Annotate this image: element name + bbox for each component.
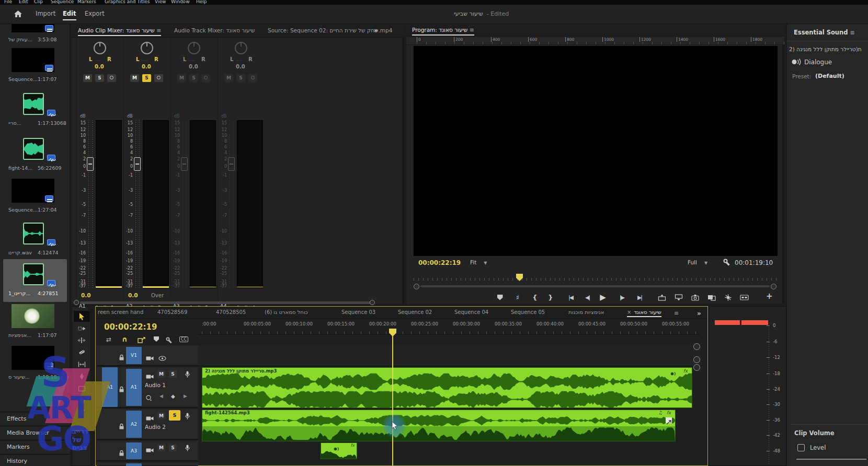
go-to-out-button[interactable]: ▶| <box>633 292 646 302</box>
header-tab-import[interactable]: Import <box>36 10 55 17</box>
rectangle-tool[interactable] <box>74 383 90 394</box>
settings-wrench-icon[interactable] <box>723 259 731 269</box>
play-button[interactable]: ▶ <box>596 292 610 302</box>
timeline-tab[interactable]: Sequence 03 <box>341 309 375 315</box>
voiceover-mic-icon[interactable] <box>185 444 190 453</box>
step-forward-button[interactable]: |▶ <box>615 292 629 302</box>
mix-type-label[interactable]: Dialogue <box>804 59 832 66</box>
lock-icon[interactable] <box>119 422 124 432</box>
timeline-ruler[interactable]: :00:0000:00:05:0000:00:10:0000:00:15:000… <box>198 319 700 335</box>
bin-item[interactable]: 1_קריינו...4:27851 <box>3 259 67 302</box>
timeline-tab[interactable]: Sequence 05 <box>511 309 545 315</box>
timeline-tab[interactable]: (כוחל סמארט גו (6 <box>265 309 308 315</box>
next-keyframe-icon[interactable]: ▶ <box>184 393 187 399</box>
panel-menu-icon[interactable]: ≡ <box>850 29 854 36</box>
volume-fader[interactable] <box>181 157 188 171</box>
track-solo-button[interactable]: S <box>169 410 180 421</box>
menu-window[interactable]: Window <box>171 0 190 4</box>
menu-clip[interactable]: Clip <box>34 0 43 4</box>
source-patch-icon[interactable] <box>146 445 154 455</box>
prev-keyframe-icon[interactable]: ◀ <box>159 393 163 399</box>
clip-fight-audio[interactable]: fight-142564.mp3 ♫ fx <box>202 410 676 441</box>
track-mute-button[interactable]: M <box>157 370 165 378</box>
mark-in-button[interactable]: { <box>528 292 542 302</box>
solo-button[interactable]: S <box>95 74 104 82</box>
panel-header-markers[interactable]: Markers <box>0 440 70 454</box>
mute-button[interactable]: M <box>224 74 233 82</box>
bin-item[interactable]: אנימציות...1:17:07 <box>3 301 67 344</box>
toggle-track-output-eye-icon[interactable] <box>158 353 166 363</box>
panel-header-media-browser[interactable]: Media Browser <box>0 426 70 440</box>
add-keyframe-icon[interactable]: ◆ <box>171 393 175 399</box>
timeline-tab[interactable]: Sequence 02 <box>398 309 432 315</box>
track-name[interactable]: Audio 2 <box>145 424 166 430</box>
lane-V1[interactable] <box>198 345 700 366</box>
meter-circle-button[interactable] <box>248 74 257 82</box>
volume-fader[interactable] <box>87 157 94 171</box>
timeline-tab-active[interactable]: ×שיעור סאונד <box>627 309 661 317</box>
selection-tool[interactable] <box>74 311 90 322</box>
mark-out-button[interactable]: } <box>544 292 557 302</box>
panel-header-history[interactable]: History <box>0 454 70 466</box>
track-name[interactable]: Audio 1 <box>145 382 166 388</box>
fx-badge[interactable]: fx <box>350 443 355 448</box>
track-mute-button[interactable]: M <box>157 412 165 420</box>
menu-help[interactable]: Help <box>196 0 207 4</box>
voiceover-mic-icon[interactable] <box>185 370 190 380</box>
tab-program-monitor[interactable]: Program: שיעור סאונד ≡ <box>412 27 474 36</box>
bin-item[interactable]: Sequence...1:27:04 <box>3 176 67 218</box>
tab-audio-track-mixer[interactable]: Audio Track Mixer: שיעור סאונד <box>174 27 255 33</box>
menu-file[interactable]: File <box>4 0 12 4</box>
solo-button[interactable]: S <box>189 74 198 82</box>
bin-item[interactable]: שיעור ס...1:19:10 <box>3 343 67 386</box>
timeline-wrench-icon[interactable] <box>166 336 173 346</box>
panel-menu-icon[interactable]: ≡ <box>470 27 474 33</box>
track-solo-button[interactable]: S <box>169 370 177 378</box>
preset-value-dropdown[interactable]: (Default) <box>815 73 844 79</box>
add-button[interactable]: + <box>766 292 773 301</box>
pan-knob[interactable] <box>188 42 200 54</box>
extract-button[interactable] <box>672 292 686 302</box>
pan-value[interactable]: 0.0 <box>95 64 104 69</box>
mute-button[interactable]: M <box>177 74 186 82</box>
timeline-tab[interactable]: 470528505 <box>216 309 246 315</box>
clip-small-audio[interactable]: fx <box>321 442 357 459</box>
meter-circle-button[interactable] <box>107 74 116 82</box>
menu-view[interactable]: View <box>155 0 166 4</box>
type-tool[interactable]: T <box>74 407 90 418</box>
add-marker-button[interactable] <box>493 292 507 302</box>
button-editor-button[interactable] <box>737 292 751 302</box>
fader-value[interactable]: 0.0 <box>128 292 138 298</box>
snap-magnet-icon[interactable]: ∩ <box>122 335 128 343</box>
solo-button[interactable]: S <box>236 74 245 82</box>
bin-item[interactable]: fight-14...56:22609 <box>3 134 67 177</box>
source-patch-icon[interactable] <box>146 353 154 363</box>
close-icon[interactable]: × <box>627 309 631 315</box>
multicam-button[interactable] <box>721 292 735 302</box>
timeline-playhead-line[interactable] <box>392 330 393 465</box>
bin-item[interactable]: Sequence...1:17:07 <box>3 45 67 88</box>
captions-icon[interactable]: CC <box>179 336 188 342</box>
pan-value[interactable]: 0.0 <box>236 64 245 69</box>
timeline-tab[interactable]: 470528569 <box>157 309 187 315</box>
solo-button[interactable]: S <box>142 74 151 82</box>
razor-tool[interactable] <box>74 347 90 358</box>
keyframe-knob-icon[interactable] <box>146 393 152 403</box>
bin-item[interactable]: סריי...1:17:13068 <box>3 89 67 132</box>
mixer-scrollbar[interactable] <box>74 299 400 305</box>
bin-item[interactable]: קריינו.wav4:12474 <box>3 218 67 261</box>
source-patch-icon[interactable] <box>146 413 154 423</box>
comparison-view-button[interactable] <box>705 292 718 302</box>
volume-fader[interactable] <box>228 157 235 171</box>
pan-knob[interactable] <box>94 42 106 54</box>
volume-fader[interactable] <box>134 157 141 171</box>
zoom-dropdown[interactable]: Full▼ <box>688 259 707 265</box>
fader-value[interactable]: 0.0 <box>81 292 91 298</box>
panel-menu-icon[interactable]: ≡ <box>674 310 679 317</box>
panel-header-effects[interactable]: Effects <box>0 412 70 426</box>
timeline-track-area[interactable]: :00:0000:00:05:0000:00:10:0000:00:15:000… <box>198 319 700 465</box>
source-patch-icon[interactable] <box>146 371 154 381</box>
program-timecode[interactable]: 00:00:22:19 <box>418 259 461 266</box>
menu-sequence[interactable]: Sequence <box>51 0 74 4</box>
timeline-tab[interactable]: reen screen hand <box>98 309 143 315</box>
